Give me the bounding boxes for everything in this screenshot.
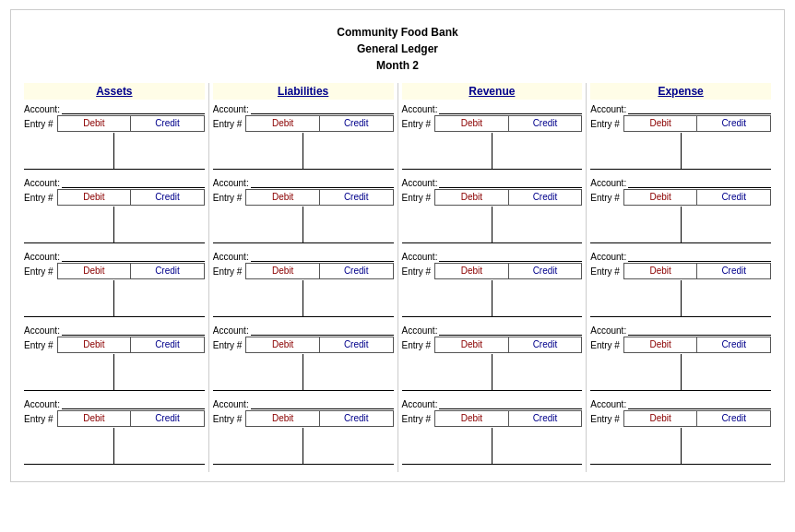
entry-label: Entry # xyxy=(402,119,432,129)
credit-cell: Credit xyxy=(697,264,770,278)
entry-label: Entry # xyxy=(590,119,620,129)
t-account xyxy=(24,207,205,243)
t-account xyxy=(402,133,583,170)
ledger-columns: Assets Account: Entry # Debit Credit xyxy=(20,83,775,472)
account-value[interactable] xyxy=(251,177,394,188)
account-label: Account: xyxy=(24,325,60,336)
account-value[interactable] xyxy=(62,177,205,188)
t-right xyxy=(682,207,771,243)
entry-label: Entry # xyxy=(213,266,243,277)
account-value[interactable] xyxy=(628,251,771,262)
account-value[interactable] xyxy=(439,325,582,336)
t-right xyxy=(492,354,582,391)
debit-credit-box: Debit Credit xyxy=(245,337,393,353)
account-value[interactable] xyxy=(439,103,582,114)
entry-label: Entry # xyxy=(402,414,432,424)
t-right xyxy=(303,428,393,465)
debit-credit-box: Debit Credit xyxy=(623,263,771,279)
entry-label: Entry # xyxy=(213,340,243,350)
t-left xyxy=(24,280,114,317)
t-left xyxy=(402,280,492,317)
account-value[interactable] xyxy=(439,398,582,409)
revenue-entry-3: Account: Entry # Debit Credit xyxy=(402,251,583,317)
assets-entry-5: Account: Entry # Debit Credit xyxy=(24,398,205,465)
account-value[interactable] xyxy=(628,103,771,114)
account-label: Account: xyxy=(213,399,249,409)
debit-cell: Debit xyxy=(624,264,698,278)
t-left xyxy=(213,428,303,465)
debit-cell: Debit xyxy=(58,264,132,278)
debit-cell: Debit xyxy=(246,190,320,205)
debit-cell: Debit xyxy=(435,116,509,131)
t-right xyxy=(303,280,393,317)
credit-cell: Credit xyxy=(509,116,582,131)
debit-cell: Debit xyxy=(246,337,320,352)
account-value[interactable] xyxy=(628,177,771,188)
account-value[interactable] xyxy=(251,325,394,336)
debit-cell: Debit xyxy=(58,411,132,426)
col-header-expense: Expense xyxy=(590,83,771,100)
expense-entry-5: Account: Entry # Debit Credit xyxy=(590,398,771,465)
account-value[interactable] xyxy=(628,325,771,336)
t-account xyxy=(402,428,583,465)
t-right xyxy=(114,133,204,170)
col-header-liabilities: Liabilities xyxy=(213,83,394,100)
debit-credit-box: Debit Credit xyxy=(57,410,205,427)
t-right xyxy=(114,428,204,465)
liabilities-entry-5: Account: Entry # Debit Credit xyxy=(213,398,394,465)
column-assets: Assets Account: Entry # Debit Credit xyxy=(20,83,209,472)
credit-cell: Credit xyxy=(131,264,204,278)
account-value[interactable] xyxy=(62,103,205,114)
debit-cell: Debit xyxy=(246,116,320,131)
debit-credit-box: Debit Credit xyxy=(434,337,582,353)
t-account xyxy=(402,280,583,317)
liabilities-entry-1: Account: Entry # Debit Credit xyxy=(213,103,394,170)
debit-credit-box: Debit Credit xyxy=(57,337,205,353)
debit-credit-box: Debit Credit xyxy=(623,189,771,206)
account-label: Account: xyxy=(24,178,60,188)
credit-cell: Credit xyxy=(320,337,393,352)
assets-entry-2: Account: Entry # Debit Credit xyxy=(24,177,205,243)
t-account xyxy=(213,428,394,465)
account-value[interactable] xyxy=(62,325,205,336)
t-account xyxy=(213,133,394,170)
account-label: Account: xyxy=(213,325,249,336)
t-account xyxy=(590,354,771,391)
account-value[interactable] xyxy=(628,398,771,409)
t-right xyxy=(492,280,582,317)
t-left xyxy=(402,354,492,391)
account-value[interactable] xyxy=(62,398,205,409)
account-value[interactable] xyxy=(439,251,582,262)
debit-credit-box: Debit Credit xyxy=(57,115,205,132)
account-value[interactable] xyxy=(251,103,394,114)
debit-cell: Debit xyxy=(624,337,698,352)
account-value[interactable] xyxy=(439,177,582,188)
entry-label: Entry # xyxy=(213,414,243,424)
entry-label: Entry # xyxy=(24,340,53,350)
t-right xyxy=(682,354,771,391)
entry-label: Entry # xyxy=(24,266,53,277)
expense-entry-2: Account: Entry # Debit Credit xyxy=(590,177,771,243)
account-value[interactable] xyxy=(251,398,394,409)
debit-credit-box: Debit Credit xyxy=(623,410,771,427)
credit-cell: Credit xyxy=(131,411,204,426)
t-right xyxy=(114,280,204,317)
debit-cell: Debit xyxy=(435,411,509,426)
expense-entry-1: Account: Entry # Debit Credit xyxy=(590,103,771,170)
account-value[interactable] xyxy=(62,251,205,262)
liabilities-entry-2: Account: Entry # Debit Credit xyxy=(213,177,394,243)
debit-cell: Debit xyxy=(624,116,698,131)
credit-cell: Credit xyxy=(131,190,204,205)
debit-cell: Debit xyxy=(435,264,509,278)
t-right xyxy=(682,280,771,317)
column-expense: Expense Account: Entry # Debit Credit xyxy=(587,83,775,472)
t-left xyxy=(590,133,681,170)
debit-cell: Debit xyxy=(624,190,698,205)
entry-label: Entry # xyxy=(590,340,620,350)
credit-cell: Credit xyxy=(509,337,582,352)
entry-label: Entry # xyxy=(590,414,620,424)
debit-credit-box: Debit Credit xyxy=(434,115,582,132)
debit-credit-box: Debit Credit xyxy=(623,115,771,132)
account-value[interactable] xyxy=(251,251,394,262)
account-label: Account: xyxy=(590,178,626,188)
